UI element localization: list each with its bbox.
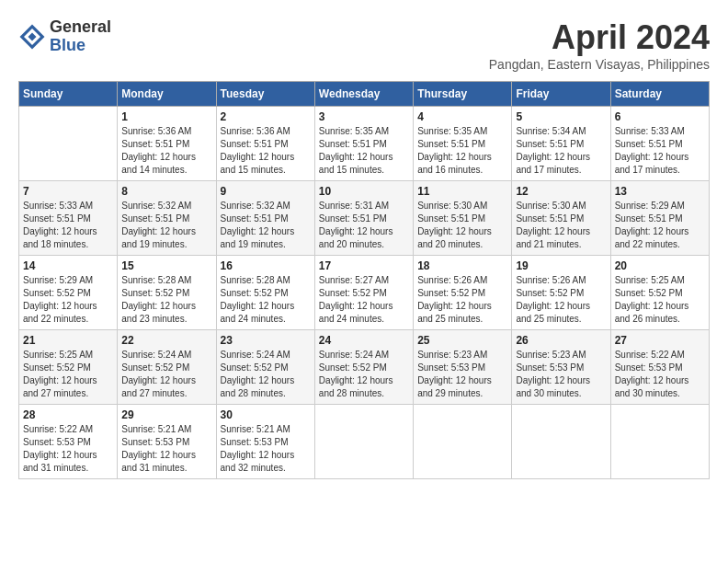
day-number: 29 [121,408,211,421]
day-info: Sunrise: 5:29 AMSunset: 5:51 PMDaylight:… [615,200,705,251]
day-number: 11 [417,185,507,198]
day-number: 15 [121,259,211,272]
logo: General Blue [18,18,111,55]
calendar-day-cell: 28Sunrise: 5:22 AMSunset: 5:53 PMDayligh… [19,405,118,479]
day-info: Sunrise: 5:21 AMSunset: 5:53 PMDaylight:… [221,423,311,475]
day-of-week-header: Wednesday [314,82,413,107]
day-of-week-header: Saturday [610,82,709,107]
calendar-day-cell: 23Sunrise: 5:24 AMSunset: 5:52 PMDayligh… [216,330,314,405]
calendar-day-cell: 29Sunrise: 5:21 AMSunset: 5:53 PMDayligh… [118,405,216,479]
day-info: Sunrise: 5:33 AMSunset: 5:51 PMDaylight:… [23,200,113,251]
day-info: Sunrise: 5:25 AMSunset: 5:52 PMDaylight:… [615,274,705,326]
day-number: 22 [121,334,211,347]
calendar-day-cell: 24Sunrise: 5:24 AMSunset: 5:52 PMDayligh… [314,330,413,405]
day-info: Sunrise: 5:22 AMSunset: 5:53 PMDaylight:… [615,349,705,400]
day-number: 5 [516,110,606,123]
day-of-week-header: Friday [512,82,610,107]
day-number: 27 [615,334,705,347]
logo-icon [18,23,46,51]
calendar-day-cell: 3Sunrise: 5:35 AMSunset: 5:51 PMDaylight… [314,107,413,181]
day-info: Sunrise: 5:26 AMSunset: 5:52 PMDaylight:… [516,274,606,326]
day-of-week-header: Sunday [19,82,118,107]
day-info: Sunrise: 5:36 AMSunset: 5:51 PMDaylight:… [221,125,311,177]
day-info: Sunrise: 5:35 AMSunset: 5:51 PMDaylight:… [417,125,507,177]
logo-text: General Blue [50,18,111,55]
day-number: 24 [319,334,409,347]
day-info: Sunrise: 5:25 AMSunset: 5:52 PMDaylight:… [23,349,113,400]
calendar-day-cell: 9Sunrise: 5:32 AMSunset: 5:51 PMDaylight… [216,181,314,256]
calendar-day-cell: 10Sunrise: 5:31 AMSunset: 5:51 PMDayligh… [314,181,413,256]
calendar-day-cell: 18Sunrise: 5:26 AMSunset: 5:52 PMDayligh… [414,256,512,330]
calendar-day-cell: 12Sunrise: 5:30 AMSunset: 5:51 PMDayligh… [512,181,610,256]
calendar-day-cell [19,107,118,181]
day-of-week-header: Monday [118,82,216,107]
day-number: 20 [615,259,705,272]
day-number: 8 [121,185,211,198]
day-number: 1 [121,110,211,123]
day-info: Sunrise: 5:23 AMSunset: 5:53 PMDaylight:… [417,349,507,400]
calendar-day-cell [512,405,610,479]
day-number: 23 [221,334,311,347]
day-number: 6 [615,110,705,123]
calendar-day-cell: 5Sunrise: 5:34 AMSunset: 5:51 PMDaylight… [512,107,610,181]
day-info: Sunrise: 5:28 AMSunset: 5:52 PMDaylight:… [221,274,311,326]
day-number: 2 [221,110,311,123]
day-info: Sunrise: 5:27 AMSunset: 5:52 PMDaylight:… [319,274,409,326]
page-header: General Blue April 2024 Pangdan, Eastern… [18,18,710,72]
day-info: Sunrise: 5:24 AMSunset: 5:52 PMDaylight:… [319,349,409,400]
day-number: 9 [221,185,311,198]
day-info: Sunrise: 5:28 AMSunset: 5:52 PMDaylight:… [121,274,211,326]
calendar-day-cell: 20Sunrise: 5:25 AMSunset: 5:52 PMDayligh… [610,256,709,330]
calendar-week-row: 7Sunrise: 5:33 AMSunset: 5:51 PMDaylight… [19,181,710,256]
day-info: Sunrise: 5:26 AMSunset: 5:52 PMDaylight:… [417,274,507,326]
day-number: 7 [23,185,113,198]
calendar-week-row: 1Sunrise: 5:36 AMSunset: 5:51 PMDaylight… [19,107,710,181]
calendar-day-cell: 11Sunrise: 5:30 AMSunset: 5:51 PMDayligh… [414,181,512,256]
day-number: 3 [319,110,409,123]
logo-line1: General [50,18,111,37]
calendar-day-cell: 7Sunrise: 5:33 AMSunset: 5:51 PMDaylight… [19,181,118,256]
day-number: 18 [417,259,507,272]
location-subtitle: Pangdan, Eastern Visayas, Philippines [489,57,710,72]
calendar-day-cell: 14Sunrise: 5:29 AMSunset: 5:52 PMDayligh… [19,256,118,330]
calendar-week-row: 21Sunrise: 5:25 AMSunset: 5:52 PMDayligh… [19,330,710,405]
day-info: Sunrise: 5:31 AMSunset: 5:51 PMDaylight:… [319,200,409,251]
calendar-day-cell: 6Sunrise: 5:33 AMSunset: 5:51 PMDaylight… [610,107,709,181]
day-info: Sunrise: 5:24 AMSunset: 5:52 PMDaylight:… [221,349,311,400]
calendar-day-cell: 17Sunrise: 5:27 AMSunset: 5:52 PMDayligh… [314,256,413,330]
calendar-day-cell: 22Sunrise: 5:24 AMSunset: 5:52 PMDayligh… [118,330,216,405]
day-of-week-header: Thursday [414,82,512,107]
day-number: 30 [221,408,311,421]
day-info: Sunrise: 5:35 AMSunset: 5:51 PMDaylight:… [319,125,409,177]
day-number: 10 [319,185,409,198]
month-title: April 2024 [489,18,710,57]
day-number: 25 [417,334,507,347]
day-of-week-header: Tuesday [216,82,314,107]
day-info: Sunrise: 5:30 AMSunset: 5:51 PMDaylight:… [516,200,606,251]
calendar-day-cell: 25Sunrise: 5:23 AMSunset: 5:53 PMDayligh… [414,330,512,405]
day-number: 28 [23,408,113,421]
calendar-day-cell: 27Sunrise: 5:22 AMSunset: 5:53 PMDayligh… [610,330,709,405]
day-info: Sunrise: 5:36 AMSunset: 5:51 PMDaylight:… [121,125,211,177]
day-info: Sunrise: 5:32 AMSunset: 5:51 PMDaylight:… [221,200,311,251]
calendar-day-cell: 8Sunrise: 5:32 AMSunset: 5:51 PMDaylight… [118,181,216,256]
calendar-day-cell: 1Sunrise: 5:36 AMSunset: 5:51 PMDaylight… [118,107,216,181]
calendar-table: SundayMondayTuesdayWednesdayThursdayFrid… [18,81,710,479]
day-info: Sunrise: 5:24 AMSunset: 5:52 PMDaylight:… [121,349,211,400]
day-info: Sunrise: 5:30 AMSunset: 5:51 PMDaylight:… [417,200,507,251]
calendar-day-cell: 2Sunrise: 5:36 AMSunset: 5:51 PMDaylight… [216,107,314,181]
day-number: 13 [615,185,705,198]
calendar-day-cell: 21Sunrise: 5:25 AMSunset: 5:52 PMDayligh… [19,330,118,405]
calendar-day-cell: 26Sunrise: 5:23 AMSunset: 5:53 PMDayligh… [512,330,610,405]
calendar-day-cell: 4Sunrise: 5:35 AMSunset: 5:51 PMDaylight… [414,107,512,181]
day-info: Sunrise: 5:32 AMSunset: 5:51 PMDaylight:… [121,200,211,251]
day-number: 19 [516,259,606,272]
day-info: Sunrise: 5:29 AMSunset: 5:52 PMDaylight:… [23,274,113,326]
day-info: Sunrise: 5:34 AMSunset: 5:51 PMDaylight:… [516,125,606,177]
day-number: 17 [319,259,409,272]
title-block: April 2024 Pangdan, Eastern Visayas, Phi… [489,18,710,72]
calendar-day-cell: 15Sunrise: 5:28 AMSunset: 5:52 PMDayligh… [118,256,216,330]
day-info: Sunrise: 5:23 AMSunset: 5:53 PMDaylight:… [516,349,606,400]
calendar-day-cell [610,405,709,479]
logo-line2: Blue [50,37,111,55]
